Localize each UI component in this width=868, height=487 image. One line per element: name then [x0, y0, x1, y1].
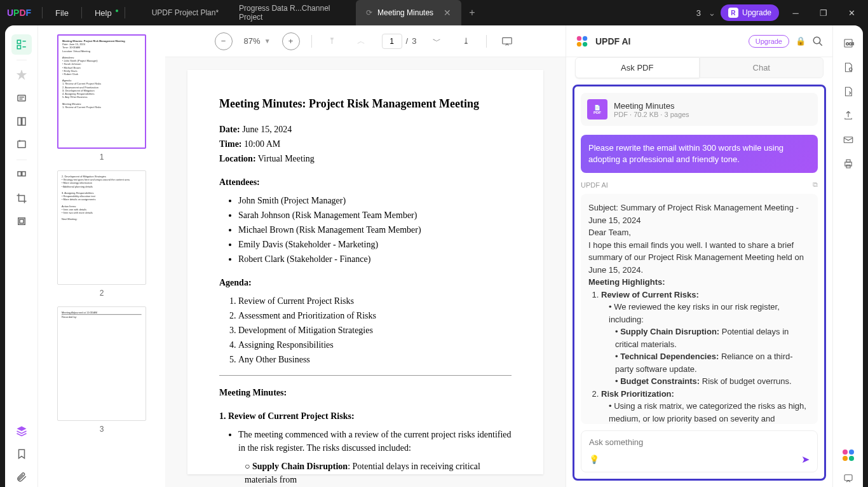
- ai-assistant-icon[interactable]: [841, 448, 856, 463]
- send-button[interactable]: ➤: [801, 453, 810, 465]
- svg-text:OCR: OCR: [846, 42, 854, 46]
- svg-rect-0: [17, 40, 20, 43]
- thumbnail-label: 2: [100, 289, 104, 298]
- menu-file[interactable]: File: [46, 8, 78, 18]
- close-tab-icon[interactable]: ✕: [444, 8, 451, 18]
- chevron-down-icon[interactable]: ⌄: [709, 8, 715, 18]
- print-button[interactable]: [839, 155, 857, 173]
- add-tab-button[interactable]: +: [461, 0, 482, 25]
- crop-button[interactable]: [11, 188, 32, 209]
- first-page-button[interactable]: ⤒: [323, 32, 341, 50]
- ai-panel: UPDF AI Upgrade 🔒 Ask PDF Chat 📄PDF Meet…: [566, 25, 832, 487]
- compress-button[interactable]: [11, 211, 32, 231]
- menu-help[interactable]: Help: [86, 8, 121, 18]
- thumbnail-label: 3: [100, 425, 104, 434]
- lock-icon[interactable]: 🔒: [796, 36, 806, 46]
- svg-rect-1: [17, 46, 20, 49]
- upgrade-badge-icon: R: [728, 8, 738, 18]
- ai-prompt-input[interactable]: [589, 437, 810, 447]
- convert-button[interactable]: [839, 83, 857, 100]
- tab-chat[interactable]: Chat: [700, 57, 824, 78]
- file-meta: PDF · 70.2 KB · 3 pages: [614, 111, 689, 118]
- left-toolbar: [5, 25, 38, 487]
- thumbnail-page-3[interactable]: Meeting Adjourned at 11:00 AMRecorded by…: [57, 306, 146, 421]
- comment-button[interactable]: [11, 88, 32, 109]
- svg-rect-11: [18, 172, 21, 176]
- copy-icon[interactable]: ⧉: [813, 181, 818, 189]
- zoom-out-button[interactable]: −: [215, 32, 233, 50]
- tab-ask-pdf[interactable]: Ask PDF: [575, 57, 700, 78]
- ocr-button[interactable]: OCR: [839, 34, 857, 52]
- right-toolbar: OCR: [832, 25, 863, 487]
- zoom-in-button[interactable]: +: [282, 32, 300, 50]
- feedback-button[interactable]: [839, 469, 857, 487]
- upgrade-button[interactable]: R Upgrade: [721, 4, 779, 21]
- share-button[interactable]: [839, 107, 857, 125]
- document-area: − 87% ▼ + ⤒ ︿ / 3 ﹀ ⤓ Meeting Minutes: P…: [165, 25, 566, 487]
- presentation-button[interactable]: [498, 32, 516, 50]
- titlebar: UPDF File Help UPDF Project Plan* Progre…: [0, 0, 868, 25]
- svg-rect-8: [22, 118, 25, 125]
- file-card: 📄PDF Meeting Minutes PDF · 70.2 KB · 3 p…: [581, 93, 818, 126]
- layers-button[interactable]: [11, 421, 32, 441]
- svg-point-19: [583, 41, 587, 46]
- svg-point-32: [849, 456, 854, 461]
- svg-rect-26: [844, 162, 851, 166]
- svg-rect-7: [18, 118, 21, 125]
- loading-icon: ⟳: [366, 8, 372, 17]
- ai-upgrade-button[interactable]: Upgrade: [749, 35, 789, 48]
- pdf-icon: 📄PDF: [587, 99, 607, 120]
- maximize-button[interactable]: ❐: [812, 3, 835, 23]
- export-button[interactable]: [839, 58, 857, 76]
- search-icon[interactable]: [812, 36, 824, 47]
- tab-bar: UPDF Project Plan* Progress Data R...Cha…: [142, 0, 696, 25]
- chevron-down-icon: ▼: [264, 38, 271, 45]
- svg-rect-27: [846, 165, 850, 168]
- user-message: Please rewrite the email within 300 word…: [581, 135, 818, 173]
- bookmark-button[interactable]: [11, 444, 32, 464]
- svg-point-29: [843, 449, 848, 455]
- zoom-value[interactable]: 87% ▼: [244, 36, 271, 46]
- email-button[interactable]: [839, 131, 857, 149]
- thumbnail-panel: Meeting Minutes: Project Risk Management…: [38, 25, 165, 487]
- svg-point-20: [813, 37, 820, 44]
- close-button[interactable]: ✕: [840, 3, 863, 23]
- ai-panel-title: UPDF AI: [595, 36, 742, 46]
- tab-meeting-minutes[interactable]: ⟳ Meeting Minutes ✕: [356, 0, 461, 25]
- tab-progress-data[interactable]: Progress Data R...Channel Project: [229, 0, 356, 25]
- organize-button[interactable]: [11, 165, 32, 186]
- tab-project-plan[interactable]: UPDF Project Plan*: [142, 0, 229, 25]
- svg-rect-25: [844, 137, 853, 143]
- highlight-button[interactable]: [11, 65, 32, 86]
- document-viewport[interactable]: Meeting Minutes: Project Risk Management…: [165, 57, 566, 487]
- edit-text-button[interactable]: [11, 111, 32, 132]
- svg-rect-12: [22, 172, 25, 176]
- suggestion-icon[interactable]: 💡: [589, 455, 599, 464]
- svg-rect-15: [503, 38, 512, 44]
- thumbnails-button[interactable]: [11, 34, 32, 55]
- svg-rect-28: [846, 160, 850, 162]
- thumbnail-page-2[interactable]: 2. Development of Mitigation Strategies•…: [57, 170, 146, 285]
- thumbnail-page-1[interactable]: Meeting Minutes: Project Risk Management…: [57, 34, 146, 149]
- svg-rect-4: [18, 95, 25, 101]
- form-button[interactable]: [11, 134, 32, 154]
- attachment-button[interactable]: [11, 467, 32, 487]
- svg-point-17: [583, 36, 587, 40]
- file-name: Meeting Minutes: [614, 101, 689, 111]
- svg-rect-33: [844, 475, 852, 481]
- svg-point-18: [577, 41, 581, 46]
- ai-chat-body: 📄PDF Meeting Minutes PDF · 70.2 KB · 3 p…: [573, 85, 826, 481]
- page-number-field[interactable]: [382, 34, 402, 49]
- svg-rect-14: [20, 219, 24, 223]
- svg-point-16: [577, 36, 581, 40]
- ai-response: Subject: Summary of Project Risk Managem…: [581, 194, 818, 424]
- next-page-button[interactable]: ﹀: [428, 32, 445, 50]
- ai-response-label: UPDF AI ⧉: [581, 181, 818, 189]
- minimize-button[interactable]: ─: [784, 3, 807, 23]
- ai-input-box: 💡 ➤: [581, 430, 818, 472]
- svg-point-30: [849, 449, 854, 455]
- last-page-button[interactable]: ⤓: [457, 32, 475, 50]
- prev-page-button[interactable]: ︿: [353, 32, 370, 50]
- document-title: Meeting Minutes: Project Risk Management…: [219, 95, 512, 113]
- page-input: / 3: [382, 34, 417, 49]
